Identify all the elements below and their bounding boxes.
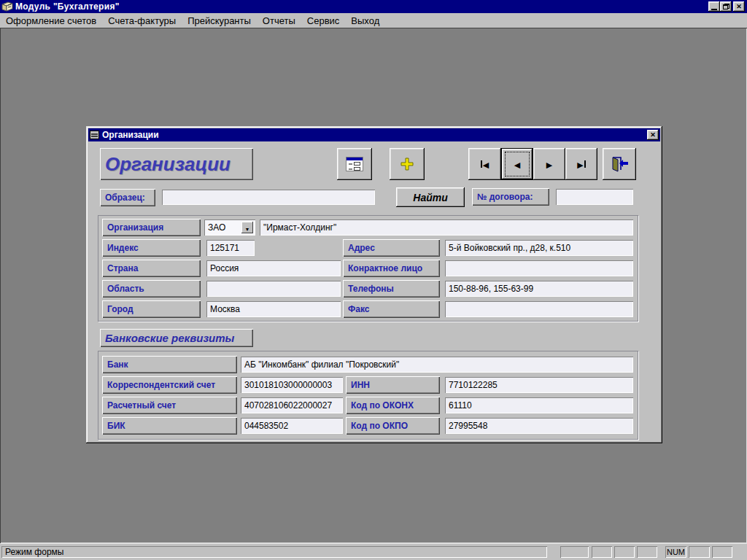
status-panel-3 xyxy=(614,546,635,558)
settlement-account-field[interactable]: 407028106022000027 xyxy=(241,397,343,413)
label-contact-person-text: Конрактное лицо xyxy=(348,263,422,273)
status-panel-5 xyxy=(689,546,710,558)
close-button[interactable]: ✕ xyxy=(733,1,745,12)
bank-section-heading-text: Банковские реквизиты xyxy=(105,332,234,344)
index-field[interactable]: 125171 xyxy=(206,240,255,256)
organizations-dialog: Организации ✕ Организации xyxy=(86,126,662,443)
form-heading: Организации xyxy=(100,148,253,180)
menu-item-service[interactable]: Сервис xyxy=(301,14,346,28)
menu-bar: Оформление счетов Счета-фактуры Прейскур… xyxy=(0,13,747,28)
label-okpo-code-text: Код по ОКПО xyxy=(351,421,408,431)
label-sample-text: Образец: xyxy=(105,192,145,203)
exit-button[interactable] xyxy=(603,148,636,180)
previous-record-button[interactable] xyxy=(501,148,533,180)
org-type-dropdown-button[interactable] xyxy=(241,222,253,233)
menu-item-pricelists[interactable]: Прейскуранты xyxy=(182,14,257,28)
exit-door-icon xyxy=(610,156,629,172)
menu-item-invoices-factures[interactable]: Счета-фактуры xyxy=(102,14,182,28)
label-fax-text: Факс xyxy=(348,304,369,314)
label-sample: Образец: xyxy=(100,189,155,206)
region-field[interactable] xyxy=(206,281,341,297)
status-panel-6 xyxy=(712,546,732,558)
first-record-icon xyxy=(481,158,489,171)
find-button[interactable]: Найти xyxy=(396,187,465,207)
label-city: Город xyxy=(102,300,201,318)
label-contract-number-text: № договора: xyxy=(477,192,533,202)
status-panel-2 xyxy=(592,546,612,558)
phones-field[interactable]: 150-88-96, 155-63-99 xyxy=(445,281,633,297)
label-okonh-code: Код по ОКОНХ xyxy=(346,397,440,414)
correspondent-account-field[interactable]: 301018103000000003 xyxy=(241,377,343,393)
label-inn: ИНН xyxy=(346,376,440,394)
bik-field[interactable]: 044583502 xyxy=(241,418,343,434)
status-bar: Режим формы NUM xyxy=(0,543,747,560)
country-field[interactable]: Россия xyxy=(206,260,341,276)
label-settlement-account: Расчетный счет xyxy=(102,397,237,414)
form-icon xyxy=(90,131,99,139)
label-organization: Организация xyxy=(102,219,201,236)
last-record-button[interactable] xyxy=(565,148,597,180)
sample-input[interactable] xyxy=(162,190,375,205)
label-okonh-code-text: Код по ОКОНХ xyxy=(351,400,414,411)
status-num-panel: NUM xyxy=(665,546,686,558)
dialog-title: Организации xyxy=(102,130,159,140)
city-field[interactable]: Москва xyxy=(206,301,341,317)
label-address-text: Адрес xyxy=(348,243,375,253)
minimize-icon xyxy=(711,9,717,10)
org-type-combo[interactable]: ЗАО xyxy=(204,219,255,236)
next-record-icon xyxy=(546,158,552,171)
label-fax: Факс xyxy=(343,300,440,318)
label-country: Страна xyxy=(102,260,201,277)
status-mode-panel: Режим формы xyxy=(1,546,547,558)
label-correspondent-account: Корреспондентский счет xyxy=(102,376,237,394)
okpo-code-field[interactable]: 27995548 xyxy=(445,418,633,434)
form-view-button[interactable] xyxy=(337,148,372,180)
okonh-code-field[interactable]: 61110 xyxy=(445,397,633,413)
menu-item-invoices[interactable]: Оформление счетов xyxy=(0,14,102,28)
label-correspondent-account-text: Корреспондентский счет xyxy=(107,380,215,390)
window-controls: ✕ xyxy=(708,1,745,12)
add-record-button[interactable] xyxy=(390,148,425,180)
status-mode-text: Режим формы xyxy=(5,547,63,557)
status-panel-1 xyxy=(560,546,589,558)
close-icon: ✕ xyxy=(736,4,742,10)
org-type-value: ЗАО xyxy=(204,219,241,236)
label-country-text: Страна xyxy=(107,263,138,273)
first-record-button[interactable] xyxy=(468,148,501,180)
add-record-icon xyxy=(400,158,414,171)
label-bank-text: Банк xyxy=(107,359,128,370)
status-num-text: NUM xyxy=(667,548,685,556)
label-index: Индекс xyxy=(102,239,201,257)
label-inn-text: ИНН xyxy=(351,380,370,390)
dialog-close-button[interactable]: ✕ xyxy=(647,130,659,140)
label-settlement-account-text: Расчетный счет xyxy=(107,400,176,411)
label-region: Область xyxy=(102,280,201,298)
workspace: Организации ✕ Организации xyxy=(0,28,747,543)
address-field[interactable]: 5-й Войковский пр., д28, к.510 xyxy=(445,240,633,256)
menu-item-reports[interactable]: Отчеты xyxy=(257,14,301,28)
next-record-button[interactable] xyxy=(533,148,565,180)
org-name-field[interactable]: "Ирмаст-Холдинг" xyxy=(260,219,633,236)
status-panel-4 xyxy=(637,546,657,558)
label-okpo-code: Код по ОКПО xyxy=(346,417,440,435)
restore-button[interactable] xyxy=(720,1,732,12)
label-index-text: Индекс xyxy=(107,243,139,253)
menu-item-exit[interactable]: Выход xyxy=(345,14,385,28)
window-titlebar: Модуль "Бухгалтерия" ✕ xyxy=(0,0,747,13)
bank-name-field[interactable]: АБ "Инкомбанк" филиал "Покровский" xyxy=(241,357,633,373)
label-bank: Банк xyxy=(102,356,237,373)
last-record-icon xyxy=(577,158,585,171)
close-icon: ✕ xyxy=(650,132,656,139)
contact-person-field[interactable] xyxy=(445,260,633,276)
restore-icon xyxy=(723,4,729,9)
inn-field[interactable]: 7710122285 xyxy=(445,377,633,393)
label-region-text: Область xyxy=(107,284,144,294)
label-city-text: Город xyxy=(107,304,133,314)
fax-field[interactable] xyxy=(445,301,633,317)
contract-number-input[interactable] xyxy=(556,189,633,205)
minimize-button[interactable] xyxy=(708,1,720,12)
find-button-label: Найти xyxy=(413,192,447,203)
dialog-titlebar: Организации ✕ xyxy=(88,128,660,141)
chevron-down-icon xyxy=(245,221,250,234)
form-view-icon xyxy=(346,157,363,171)
